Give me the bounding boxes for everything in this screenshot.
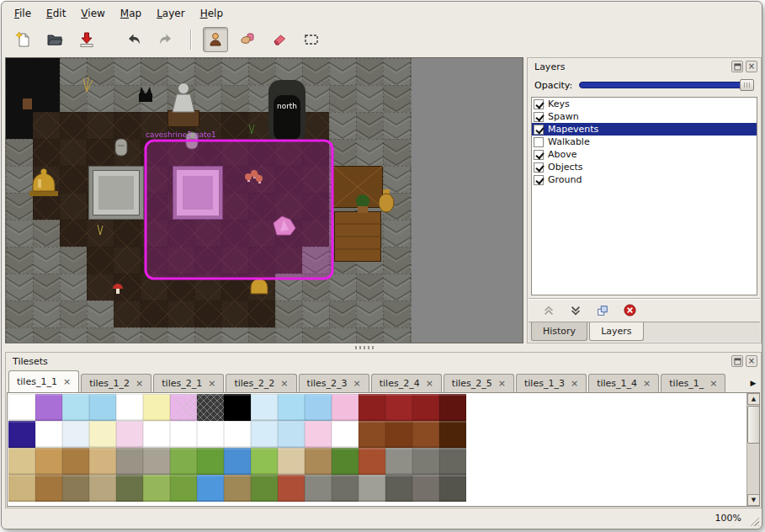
tileset-tab-tiles_2_1[interactable]: tiles_2_1× [153, 374, 224, 392]
layer-checkbox-keys[interactable] [534, 99, 544, 109]
move-layer-down-button[interactable] [567, 303, 584, 318]
panel-float-button[interactable] [731, 61, 743, 72]
tileset-tab-tiles_2_2[interactable]: tiles_2_2× [226, 374, 296, 392]
menu-help[interactable]: Help [193, 5, 231, 22]
layer-row-walkable[interactable]: Walkable [532, 136, 757, 148]
tileset-tab-tiles_1_1[interactable]: tiles_1_1× [8, 370, 79, 392]
open-button[interactable] [42, 27, 67, 52]
tileset-tab-tiles_2_4[interactable]: tiles_2_4× [371, 374, 442, 392]
layer-label: Objects [548, 162, 583, 173]
double-chevron-up-icon [543, 305, 555, 317]
duplicate-layer-button[interactable] [594, 303, 611, 318]
new-file-icon [14, 31, 31, 48]
paint-tool-button[interactable] [235, 27, 260, 52]
scrollbar-handle[interactable] [747, 406, 760, 444]
tilesets-close-button[interactable]: × [746, 355, 757, 367]
eraser-tool-button[interactable] [267, 27, 292, 52]
tileset-tab-tiles_1_3[interactable]: tiles_1_3× [516, 374, 587, 392]
opacity-row: Opacity: [534, 77, 754, 93]
tab-close-icon[interactable]: × [709, 378, 717, 389]
layer-row-above[interactable]: Above [532, 148, 757, 161]
new-file-button[interactable] [10, 27, 35, 52]
tab-scroll-right-button[interactable]: ▶ [746, 374, 760, 392]
close-icon: × [748, 62, 755, 71]
tileset-tab-tiles_1_2[interactable]: tiles_1_2× [81, 374, 151, 392]
layer-row-objects[interactable]: Objects [532, 161, 757, 173]
splitter-grip-icon [355, 346, 375, 349]
tilesets-float-button[interactable] [731, 355, 743, 367]
tab-close-icon[interactable]: × [208, 378, 215, 389]
tileset-tab-label: tiles_1_2 [89, 378, 130, 389]
tileset-tabs-strip: tiles_1_1×tiles_1_2×tiles_2_1×tiles_2_2×… [8, 370, 746, 392]
layer-checkbox-above[interactable] [534, 150, 544, 160]
tileset-tab-label: tiles_1_3 [524, 378, 565, 389]
move-layer-up-button[interactable] [540, 303, 557, 318]
tileset-scrollbar[interactable]: ▲ ▼ [746, 393, 759, 506]
tileset-tab-tiles_2_5[interactable]: tiles_2_5× [444, 374, 514, 392]
save-button[interactable] [74, 27, 99, 52]
undo-icon [125, 31, 142, 48]
delete-layer-button[interactable] [621, 303, 638, 318]
panel-tab-layers[interactable]: Layers [589, 322, 643, 341]
menu-edit[interactable]: Edit [39, 5, 73, 22]
layer-label: Spawn [548, 111, 579, 122]
opacity-slider[interactable] [579, 78, 754, 92]
map-canvas[interactable] [6, 58, 412, 343]
layer-checkbox-objects[interactable] [534, 162, 544, 173]
layer-row-keys[interactable]: Keys [532, 98, 757, 110]
tileset-tab-tiles_1_[interactable]: tiles_1_× [661, 374, 725, 392]
layer-label: Keys [548, 98, 570, 109]
tab-close-icon[interactable]: × [353, 378, 360, 389]
tab-close-icon[interactable]: × [643, 378, 651, 389]
toolbar [2, 24, 762, 56]
layer-toolbar [529, 299, 760, 321]
menu-map[interactable]: Map [113, 5, 149, 22]
pane-splitter[interactable] [2, 343, 762, 352]
select-tool-button[interactable] [299, 27, 324, 52]
hand-paint-icon [239, 31, 256, 48]
menu-file[interactable]: File [7, 5, 39, 22]
layer-list[interactable]: KeysSpawnMapeventsWalkableAboveObjectsGr… [531, 97, 757, 295]
tileset-tab-bar: tiles_1_1×tiles_1_2×tiles_2_1×tiles_2_2×… [7, 370, 760, 392]
layer-checkbox-mapevents[interactable] [534, 125, 544, 135]
tab-close-icon[interactable]: × [426, 378, 433, 389]
map-viewport[interactable] [5, 57, 523, 343]
layer-checkbox-walkable[interactable] [534, 137, 544, 147]
layer-checkbox-ground[interactable] [534, 175, 544, 185]
selection-rect-icon [303, 31, 320, 48]
panel-tab-history[interactable]: History [531, 322, 587, 341]
layer-row-mapevents[interactable]: Mapevents [532, 123, 757, 136]
tab-close-icon[interactable]: × [571, 378, 578, 389]
menu-bar: FileEditViewMapLayerHelp [2, 2, 762, 24]
zoom-level: 100% [715, 513, 741, 524]
opacity-slider-handle[interactable] [740, 79, 754, 91]
layer-checkbox-spawn[interactable] [534, 112, 544, 122]
menu-view[interactable]: View [73, 5, 112, 22]
tab-close-icon[interactable]: × [498, 378, 506, 389]
panel-close-button[interactable]: × [746, 61, 757, 72]
toolbar-separator [190, 29, 191, 50]
tileset-tab-label: tiles_1_1 [17, 376, 57, 387]
layer-row-spawn[interactable]: Spawn [532, 110, 757, 123]
tileset-tab-tiles_2_3[interactable]: tiles_2_3× [299, 374, 369, 392]
scroll-up-button[interactable]: ▲ [747, 393, 760, 405]
scroll-down-button[interactable]: ▼ [747, 494, 760, 506]
opacity-label: Opacity: [534, 80, 572, 91]
character-tool-button[interactable] [203, 27, 228, 52]
tilesets-panel: Tilesets × tiles_1_1×tiles_1_2×tiles_2_1… [5, 352, 762, 508]
arrow-right-icon: ▶ [751, 379, 757, 387]
close-icon: × [748, 357, 755, 365]
layer-label: Mapevents [548, 124, 598, 135]
tileset-tab-label: tiles_1_ [669, 378, 704, 389]
tab-close-icon[interactable]: × [135, 378, 143, 389]
tab-close-icon[interactable]: × [63, 376, 71, 387]
undo-button[interactable] [121, 27, 146, 52]
redo-button[interactable] [153, 27, 178, 52]
layer-row-ground[interactable]: Ground [532, 173, 757, 186]
tileset-tab-label: tiles_1_4 [597, 378, 637, 389]
tab-close-icon[interactable]: × [280, 378, 288, 389]
tilesets-panel-title: Tilesets [13, 356, 729, 367]
tileset-canvas[interactable] [8, 394, 466, 507]
tileset-tab-tiles_1_4[interactable]: tiles_1_4× [588, 374, 659, 392]
menu-layer[interactable]: Layer [149, 5, 192, 22]
